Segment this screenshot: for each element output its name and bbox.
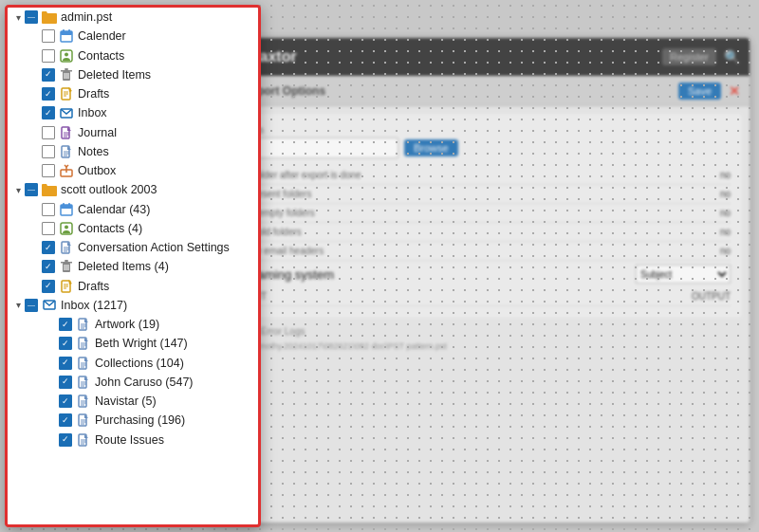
checkbox-collections[interactable]: [59, 357, 72, 370]
register-button[interactable]: Register: [662, 48, 716, 65]
svg-rect-30: [68, 203, 70, 207]
tree-node-admin-pst[interactable]: ▾admin.pst: [8, 8, 258, 27]
label-john-caruso: John Caruso (547): [95, 375, 258, 390]
icon-journal: [58, 125, 75, 140]
label-conv-action: Conversation Action Settings: [78, 240, 258, 255]
icon-route-issues: [75, 432, 92, 448]
tree-node-inbox-1217[interactable]: ▾Inbox (1217): [8, 296, 258, 315]
search-icon[interactable]: 🔍: [724, 49, 740, 64]
label-inbox: Inbox: [78, 105, 258, 120]
output-row: OUTPUT OUTPUT: [228, 287, 731, 306]
checkbox-drafts-2[interactable]: [42, 280, 55, 293]
tree-node-inbox[interactable]: Inbox: [8, 103, 258, 122]
checkbox-admin-pst[interactable]: [25, 10, 38, 24]
checkbox-notes[interactable]: [42, 145, 55, 158]
output-value: OUTPUT: [692, 291, 731, 302]
checkbox-journal[interactable]: [42, 126, 55, 139]
checkbox-contacts-4[interactable]: [42, 222, 55, 235]
chevron-scott-outlook[interactable]: ▾: [11, 185, 25, 195]
tree-node-scott-outlook[interactable]: ▾scott outlook 2003: [8, 180, 258, 199]
svg-point-32: [65, 225, 68, 229]
icon-navistar: [75, 394, 92, 409]
tree-node-navistar[interactable]: Navistar (5): [8, 392, 258, 411]
checkbox-outbox[interactable]: [42, 164, 55, 177]
exclude-email-value: no: [720, 246, 731, 256]
delete-old-value: no: [720, 227, 731, 237]
label-purchasing: Purchasing (196): [95, 413, 258, 428]
checkbox-purchasing[interactable]: [59, 413, 72, 427]
icon-calender: [58, 28, 75, 44]
checkbox-route-issues[interactable]: [59, 433, 72, 447]
icon-deleted-items: [58, 67, 75, 83]
tree-node-purchasing[interactable]: Purchasing (196): [8, 411, 258, 430]
delete-old-row: Delete old folders no: [228, 223, 731, 242]
delete-empty-value: no: [720, 208, 731, 218]
checkbox-conv-action[interactable]: [42, 241, 55, 254]
svg-rect-38: [61, 262, 72, 264]
checkbox-john-caruso[interactable]: [59, 376, 72, 389]
tree-node-deleted-items-4[interactable]: Deleted Items (4): [8, 257, 258, 276]
tree-node-route-issues[interactable]: Route Issues: [8, 431, 258, 449]
checkbox-beth-wright[interactable]: [59, 337, 72, 350]
tree-node-deleted-items[interactable]: Deleted Items: [8, 65, 258, 84]
icon-outbox: [58, 163, 75, 178]
delete-empty-row: Delete empty folders no: [228, 204, 731, 223]
checkbox-deleted-items[interactable]: [42, 68, 55, 82]
checkbox-calendar-43[interactable]: [42, 203, 55, 216]
label-drafts-2: Drafts: [78, 279, 258, 294]
tree-node-drafts-2[interactable]: Drafts: [8, 277, 258, 296]
bg-header: ✕ traxtor Register 🔍: [209, 38, 750, 76]
checkbox-inbox-1217[interactable]: [25, 299, 38, 312]
checkbox-artwork-19[interactable]: [59, 318, 72, 331]
checkbox-contacts[interactable]: [42, 49, 55, 63]
checkbox-drafts[interactable]: [42, 87, 55, 101]
checkbox-scott-outlook[interactable]: [25, 183, 38, 196]
location-label: Location: [228, 125, 731, 136]
open-folder-row: Open folder after export is done no: [228, 166, 731, 185]
tree-node-conv-action[interactable]: Conversation Action Settings: [8, 238, 258, 257]
icon-conv-action: [58, 240, 75, 255]
chevron-admin-pst[interactable]: ▾: [11, 12, 25, 23]
icon-contacts-4: [58, 221, 75, 236]
tree-node-calendar-43[interactable]: Calendar (43): [8, 200, 258, 219]
label-outbox: Outbox: [78, 163, 258, 178]
checkbox-navistar[interactable]: [59, 394, 72, 408]
checkbox-inbox[interactable]: [42, 106, 55, 119]
svg-rect-8: [65, 68, 68, 70]
export-options-form: Location Browse Open folder after export…: [216, 114, 742, 318]
label-contacts-4: Contacts (4): [78, 221, 258, 236]
tree-node-john-caruso[interactable]: John Caruso (547): [8, 373, 258, 392]
label-contacts: Contacts: [78, 48, 258, 64]
tree-node-collections[interactable]: Collections (104): [8, 354, 258, 373]
tree-node-calender[interactable]: Calender: [8, 27, 258, 46]
icon-scott-outlook: [41, 182, 58, 197]
checkbox-calender[interactable]: [42, 29, 55, 43]
tree-node-journal[interactable]: Journal: [8, 123, 258, 142]
svg-rect-1: [61, 31, 72, 35]
exclude-email-row: Exclude email headers no: [228, 242, 731, 261]
chevron-inbox-1217[interactable]: ▾: [11, 300, 25, 310]
tree-node-notes[interactable]: Notes: [8, 142, 258, 161]
svg-rect-29: [63, 203, 65, 207]
label-journal: Journal: [78, 125, 258, 140]
browse-button[interactable]: Browse: [404, 139, 458, 156]
tree-node-outbox[interactable]: Outbox: [8, 161, 258, 180]
tree-node-drafts[interactable]: Drafts: [8, 84, 258, 103]
tree-node-contacts[interactable]: Contacts: [8, 46, 258, 65]
naming-select[interactable]: Subject Date Sender: [636, 265, 731, 284]
label-drafts: Drafts: [78, 86, 258, 101]
tree-node-artwork-19[interactable]: Artwork (19): [8, 315, 258, 334]
icon-admin-pst: [41, 9, 58, 25]
tree-node-beth-wright[interactable]: Beth Wright (147): [8, 334, 258, 353]
checkbox-deleted-items-4[interactable]: [42, 260, 55, 273]
icon-deleted-items-4: [58, 259, 75, 274]
tree-node-contacts-4[interactable]: Contacts (4): [8, 219, 258, 238]
close-button[interactable]: ✕: [729, 83, 740, 99]
tree-panel[interactable]: ▾admin.pstCalenderContactsDeleted ItemsD…: [5, 5, 261, 527]
skip-present-row: Skip present folders no: [228, 185, 731, 204]
label-beth-wright: Beth Wright (147): [95, 336, 258, 351]
open-folder-value: no: [720, 170, 731, 180]
save-button[interactable]: Save: [678, 83, 721, 100]
icon-calendar-43: [58, 202, 75, 217]
svg-rect-39: [65, 260, 68, 262]
